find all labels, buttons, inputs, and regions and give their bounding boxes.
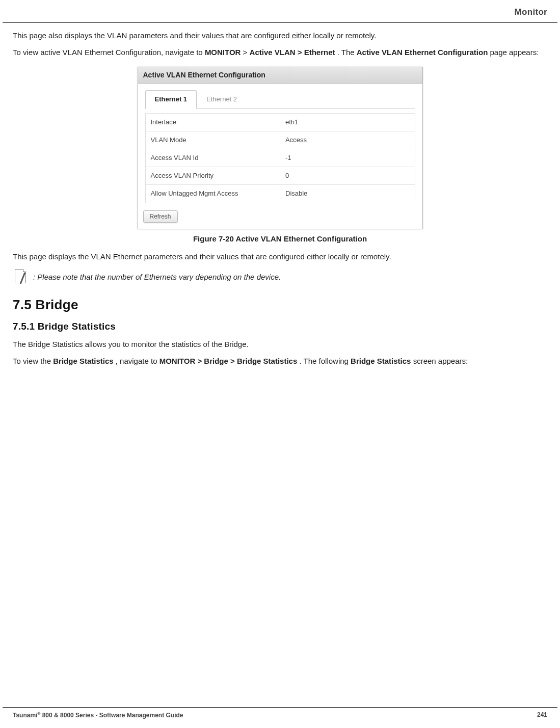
header-rule — [3, 22, 557, 23]
nav-monitor: MONITOR — [205, 48, 241, 57]
text: To view active VLAN Ethernet Configurati… — [13, 48, 205, 57]
body: This page also displays the VLAN paramet… — [0, 30, 560, 366]
heading-7-5-1-bridge-statistics: 7.5.1 Bridge Statistics — [0, 320, 547, 334]
vlan-config-panel: Active VLAN Ethernet Configuration Ether… — [138, 67, 423, 229]
after-figure-para: This page displays the VLAN Ethernet par… — [13, 251, 547, 262]
footer-left: Tsunami® 800 & 8000 Series - Software Ma… — [13, 711, 183, 720]
row-label: Allow Untagged Mgmt Access — [145, 185, 280, 203]
page-name-bold: Active VLAN Ethernet Configuration — [357, 48, 488, 57]
tab-ethernet-2[interactable]: Ethernet 2 — [197, 90, 247, 109]
row-value: 0 — [280, 167, 415, 185]
text: screen appears: — [413, 357, 468, 365]
footer-title: 800 & 8000 Series - Software Management … — [40, 712, 183, 719]
text: . The following — [299, 357, 351, 365]
table-row: Allow Untagged Mgmt Access Disable — [145, 185, 415, 203]
footer-page-number: 241 — [537, 711, 547, 720]
note-icon — [13, 268, 29, 286]
footer-brand: Tsunami — [13, 712, 37, 719]
row-label: VLAN Mode — [145, 131, 280, 149]
breadcrumb-sep: > — [243, 48, 250, 57]
row-label: Access VLAN Priority — [145, 167, 280, 185]
text: , navigate to — [116, 357, 159, 365]
nav-active-vlan-ethernet: Active VLAN > Ethernet — [250, 48, 335, 57]
intro-para-1: This page also displays the VLAN paramet… — [13, 30, 547, 41]
row-value: Disable — [280, 185, 415, 203]
page-header: Monitor — [0, 0, 560, 22]
bold: Bridge Statistics — [53, 357, 113, 365]
figure-7-20: Active VLAN Ethernet Configuration Ether… — [13, 67, 547, 229]
vlan-values-table: Interface eth1 VLAN Mode Access Access V… — [145, 113, 415, 203]
panel-title: Active VLAN Ethernet Configuration — [138, 67, 422, 84]
bold: Bridge Statistics — [351, 357, 411, 365]
bridge-para-2: To view the Bridge Statistics , navigate… — [13, 356, 547, 366]
row-value: -1 — [280, 149, 415, 167]
figure-caption: Figure 7-20 Active VLAN Ethernet Configu… — [13, 233, 547, 244]
page-footer: Tsunami® 800 & 8000 Series - Software Ma… — [0, 711, 560, 720]
footer-rule — [3, 707, 557, 708]
heading-7-5-bridge: 7.5 Bridge — [0, 295, 547, 314]
row-value: Access — [280, 131, 415, 149]
document-page: Monitor This page also displays the VLAN… — [0, 0, 560, 728]
text: page appears: — [490, 48, 539, 57]
table-row: Access VLAN Priority 0 — [145, 167, 415, 185]
refresh-button[interactable]: Refresh — [143, 210, 178, 223]
bold: MONITOR > Bridge > Bridge Statistics — [159, 357, 298, 365]
text: . The — [337, 48, 357, 57]
tabstrip: Ethernet 1 Ethernet 2 — [145, 90, 415, 109]
table-row: Access VLAN Id -1 — [145, 149, 415, 167]
tab-ethernet-1[interactable]: Ethernet 1 — [145, 90, 197, 109]
row-label: Interface — [145, 113, 280, 131]
text: To view the — [13, 357, 53, 365]
row-value: eth1 — [280, 113, 415, 131]
intro-para-2: To view active VLAN Ethernet Configurati… — [13, 47, 547, 58]
row-label: Access VLAN Id — [145, 149, 280, 167]
note-text: : Please note that the number of Etherne… — [33, 272, 281, 282]
table-row: Interface eth1 — [145, 113, 415, 131]
note: : Please note that the number of Etherne… — [13, 268, 547, 286]
table-row: VLAN Mode Access — [145, 131, 415, 149]
bridge-para-1: The Bridge Statistics allows you to moni… — [13, 339, 547, 349]
panel-body: Ethernet 1 Ethernet 2 Interface eth1 VLA… — [138, 84, 422, 208]
